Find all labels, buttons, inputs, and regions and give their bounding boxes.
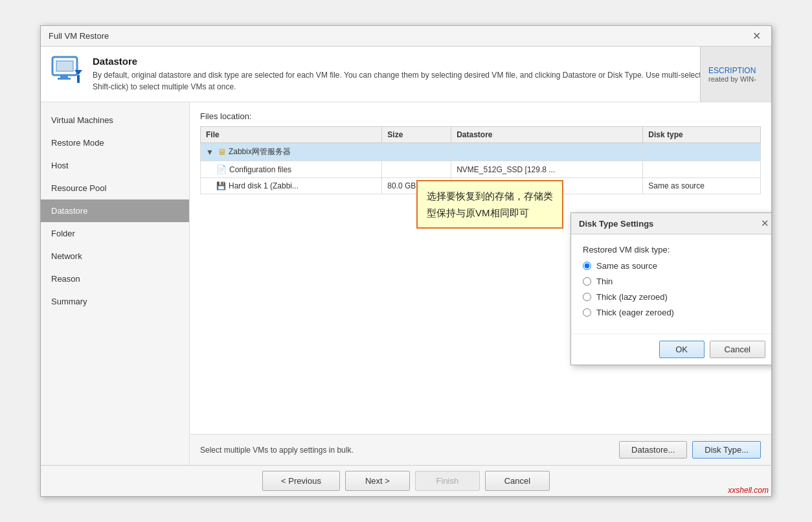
radio-thick-eager-label: Thick (eager zeroed) bbox=[596, 308, 674, 317]
dialog-cancel-button[interactable]: Cancel bbox=[710, 341, 765, 358]
annotation-box: 选择要恢复到的存储，存储类 型保持与原VM相同即可 bbox=[416, 180, 563, 229]
navigation-bar: < Previous Next > Finish Cancel bbox=[41, 465, 771, 496]
config-file-name: Configuration files bbox=[229, 165, 291, 174]
radio-same-as-source-label: Same as source bbox=[596, 261, 657, 271]
col-disk-type: Disk type bbox=[643, 127, 761, 143]
header-title: Datastore bbox=[93, 56, 761, 67]
files-location-label: Files location: bbox=[200, 111, 761, 121]
svg-rect-3 bbox=[58, 78, 71, 80]
sidebar-item-datastore[interactable]: Datastore bbox=[41, 199, 189, 222]
disktype-cell bbox=[643, 161, 761, 178]
size-cell bbox=[382, 143, 451, 161]
dialog-footer: OK Cancel bbox=[571, 334, 771, 365]
radio-thick-lazy-input[interactable] bbox=[583, 293, 591, 301]
window-close-button[interactable]: ✕ bbox=[750, 30, 763, 42]
sidebar: Virtual Machines Restore Mode Host Resou… bbox=[41, 102, 190, 465]
annotation-text-line2: 型保持与原VM相同即可 bbox=[427, 207, 529, 218]
next-button[interactable]: Next > bbox=[345, 471, 410, 491]
datastore-cell bbox=[451, 143, 643, 161]
cancel-button[interactable]: Cancel bbox=[485, 471, 550, 491]
vm-name: Zabbix网管服务器 bbox=[229, 146, 291, 157]
radio-thick-eager-input[interactable] bbox=[583, 308, 591, 317]
expand-arrow-icon: ▼ bbox=[206, 148, 214, 157]
dialog-title-bar: Disk Type Settings ✕ bbox=[571, 213, 771, 234]
disk-type-button[interactable]: Disk Type... bbox=[692, 441, 761, 459]
table-row[interactable]: 📄 Configuration files NVME_512G_SSD [129… bbox=[201, 161, 761, 178]
sidebar-item-resource-pool[interactable]: Resource Pool bbox=[41, 177, 189, 199]
col-size: Size bbox=[382, 127, 451, 143]
sidebar-item-reason[interactable]: Reason bbox=[41, 267, 189, 290]
vm-folder-icon: 🖥 bbox=[218, 147, 226, 157]
disktype-cell bbox=[643, 143, 761, 161]
col-file: File bbox=[201, 127, 382, 143]
radio-thick-lazy-label: Thick (lazy zeroed) bbox=[596, 292, 668, 302]
config-folder-icon: 📄 bbox=[216, 165, 227, 174]
header-content: Datastore By default, original datastore… bbox=[93, 56, 761, 93]
content-bottom-buttons: Datastore... Disk Type... bbox=[619, 441, 761, 459]
radio-same-as-source-input[interactable] bbox=[583, 262, 591, 270]
main-window: Full VM Restore ✕ Datastore By default, … bbox=[40, 25, 772, 497]
header-right-line1: ESCRIPTION bbox=[708, 66, 763, 75]
header-right-line2: reated by WIN- bbox=[708, 75, 763, 83]
dialog-body: Restored VM disk type: Same as source Th… bbox=[571, 234, 771, 334]
dialog-section-label: Restored VM disk type: bbox=[583, 245, 765, 255]
disk-type-dialog: Disk Type Settings ✕ Restored VM disk ty… bbox=[570, 212, 771, 365]
file-cell: ▼ 🖥 Zabbix网管服务器 bbox=[201, 143, 382, 161]
sidebar-item-virtual-machines[interactable]: Virtual Machines bbox=[41, 109, 189, 131]
sidebar-item-folder[interactable]: Folder bbox=[41, 222, 189, 245]
previous-button[interactable]: < Previous bbox=[262, 471, 340, 491]
disk-icon: 💾 bbox=[216, 181, 226, 190]
header-description: By default, original datastore and disk … bbox=[93, 69, 761, 93]
datastore-button[interactable]: Datastore... bbox=[619, 441, 687, 459]
bulk-settings-text: Select multiple VMs to apply settings in… bbox=[200, 446, 354, 455]
datastore-cell: NVME_512G_SSD [129.8 ... bbox=[451, 161, 643, 178]
size-cell bbox=[382, 161, 451, 178]
header-right-panel: ESCRIPTION reated by WIN- bbox=[700, 47, 771, 102]
radio-thin-label: Thin bbox=[596, 277, 613, 286]
file-cell: 💾 Hard disk 1 (Zabbi... bbox=[201, 178, 382, 194]
header-icon bbox=[51, 56, 84, 88]
annotation-text-line1: 选择要恢复到的存储，存储类 bbox=[427, 190, 553, 201]
radio-thin[interactable]: Thin bbox=[583, 277, 765, 286]
content-bottom-bar: Select multiple VMs to apply settings in… bbox=[190, 434, 771, 465]
title-bar: Full VM Restore ✕ bbox=[41, 26, 771, 47]
radio-thick-eager[interactable]: Thick (eager zeroed) bbox=[583, 308, 765, 317]
main-content: Files location: File Size Datastore Disk… bbox=[190, 102, 771, 465]
file-cell: 📄 Configuration files bbox=[201, 161, 382, 178]
col-datastore: Datastore bbox=[451, 127, 643, 143]
sidebar-item-network[interactable]: Network bbox=[41, 245, 189, 267]
sidebar-item-host[interactable]: Host bbox=[41, 154, 189, 177]
finish-button[interactable]: Finish bbox=[415, 471, 480, 491]
sidebar-item-summary[interactable]: Summary bbox=[41, 290, 189, 313]
sidebar-item-restore-mode[interactable]: Restore Mode bbox=[41, 131, 189, 154]
dialog-ok-button[interactable]: OK bbox=[659, 341, 705, 358]
watermark: xxshell.com bbox=[725, 484, 771, 496]
window-title: Full VM Restore bbox=[49, 31, 109, 41]
svg-rect-1 bbox=[56, 61, 73, 71]
radio-thick-lazy[interactable]: Thick (lazy zeroed) bbox=[583, 292, 765, 302]
svg-rect-2 bbox=[60, 75, 68, 78]
radio-same-as-source[interactable]: Same as source bbox=[583, 261, 765, 271]
content-area: Virtual Machines Restore Mode Host Resou… bbox=[41, 102, 771, 465]
dialog-close-button[interactable]: ✕ bbox=[761, 218, 769, 229]
svg-rect-5 bbox=[77, 75, 80, 83]
table-row[interactable]: ▼ 🖥 Zabbix网管服务器 bbox=[201, 143, 761, 161]
disktype-cell: Same as source bbox=[643, 178, 761, 194]
header-area: Datastore By default, original datastore… bbox=[41, 47, 771, 102]
dialog-title: Disk Type Settings bbox=[579, 219, 653, 229]
disk-file-name: Hard disk 1 (Zabbi... bbox=[229, 181, 299, 190]
radio-thin-input[interactable] bbox=[583, 277, 591, 286]
